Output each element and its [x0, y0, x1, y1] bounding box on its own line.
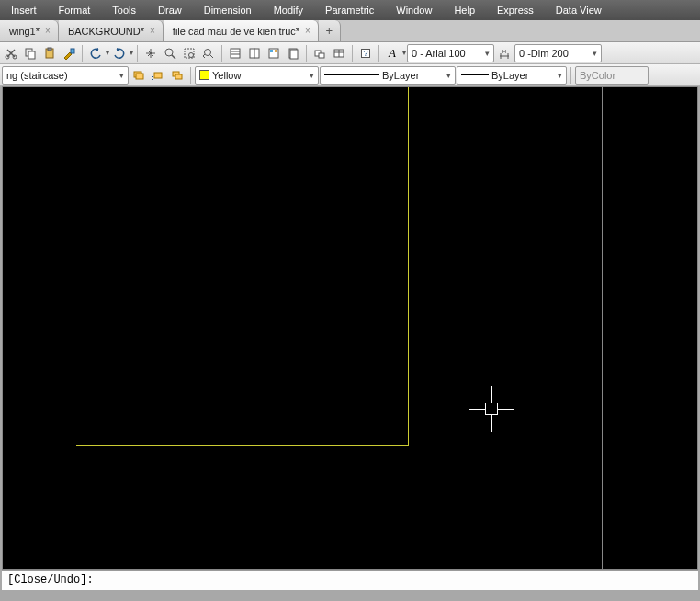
svg-rect-16 — [250, 49, 254, 58]
chevron-down-icon: ▾ — [310, 71, 314, 80]
separator — [190, 67, 191, 84]
menu-format[interactable]: Format — [48, 0, 102, 20]
layer-name: ng (staircase) — [6, 70, 68, 81]
layer-dropdown[interactable]: ng (staircase) ▾ — [2, 66, 129, 85]
close-icon[interactable]: × — [148, 26, 157, 36]
menu-express[interactable]: Express — [486, 0, 545, 20]
menu-insert[interactable]: Insert — [0, 0, 48, 20]
menu-window[interactable]: Window — [385, 0, 443, 20]
linetype-name: ByLayer — [382, 70, 419, 81]
linetype-preview-icon — [324, 74, 379, 75]
text-style-icon[interactable]: A — [383, 44, 401, 62]
layer-manager-icon[interactable] — [168, 66, 186, 85]
zoom-window-icon[interactable] — [180, 44, 198, 62]
chevron-down-icon[interactable]: ▾ — [402, 49, 406, 57]
svg-rect-13 — [231, 49, 240, 58]
new-tab-button[interactable]: + — [319, 20, 341, 41]
tab-drawing1[interactable]: wing1* × — [0, 20, 59, 41]
svg-text:?: ? — [363, 49, 367, 58]
menu-tools[interactable]: Tools — [101, 0, 147, 20]
chevron-down-icon[interactable]: ▾ — [106, 49, 109, 57]
separator — [221, 45, 222, 62]
svg-line-8 — [172, 55, 175, 59]
zoom-realtime-icon[interactable] — [161, 44, 179, 62]
cut-icon[interactable] — [2, 44, 20, 62]
svg-line-12 — [210, 54, 214, 58]
chevron-down-icon: ▾ — [593, 49, 597, 58]
zoom-previous-icon[interactable] — [199, 44, 218, 62]
separator — [306, 45, 307, 62]
layer-previous-icon[interactable] — [149, 66, 167, 85]
chevron-down-icon: ▾ — [485, 49, 490, 58]
menu-help[interactable]: Help — [443, 0, 486, 20]
standard-toolbar: ▾ ▾ ? A ▾ 0 - Arial 100 ▾ H 0 -Dim 200 ▾ — [0, 42, 700, 64]
plus-icon: + — [326, 24, 333, 38]
svg-text:H: H — [502, 49, 506, 54]
tab-background[interactable]: BACKGROUND* × — [59, 20, 164, 41]
svg-rect-6 — [71, 49, 74, 53]
svg-point-11 — [205, 49, 211, 55]
document-tab-bar: wing1* × BACKGROUND* × file cad mau de v… — [0, 20, 700, 42]
close-icon[interactable]: × — [43, 26, 52, 36]
svg-rect-5 — [48, 48, 51, 51]
chevron-down-icon: ▾ — [446, 71, 451, 80]
design-center-icon[interactable] — [245, 44, 264, 62]
separator — [378, 45, 379, 62]
block-icon[interactable] — [310, 44, 329, 62]
plotstyle-dropdown: ByColor — [575, 66, 649, 85]
chevron-down-icon: ▾ — [119, 71, 124, 80]
sheet-set-icon[interactable] — [284, 44, 302, 62]
menu-dimension[interactable]: Dimension — [193, 0, 263, 20]
dim-style-dropdown[interactable]: 0 -Dim 200 ▾ — [514, 44, 602, 62]
command-prompt: [Close/Undo]: — [7, 573, 94, 586]
menu-dataview[interactable]: Data View — [545, 0, 613, 20]
plotstyle-name: ByColor — [580, 70, 615, 81]
color-dropdown[interactable]: Yellow ▾ — [195, 66, 319, 85]
menu-bar: Insert Format Tools Draw Dimension Modif… — [0, 0, 700, 20]
pan-icon[interactable] — [141, 44, 160, 62]
svg-point-10 — [189, 52, 194, 57]
svg-rect-22 — [290, 50, 298, 59]
separator — [570, 67, 571, 84]
dim-style-icon[interactable]: H — [495, 44, 514, 62]
tab-label: BACKGROUND* — [68, 26, 144, 37]
tool-palettes-icon[interactable] — [265, 44, 283, 62]
close-icon[interactable]: × — [303, 26, 312, 36]
layer-states-icon[interactable] — [130, 66, 148, 85]
undo-icon[interactable] — [86, 44, 105, 62]
svg-rect-24 — [319, 53, 324, 58]
svg-rect-36 — [154, 73, 162, 78]
svg-rect-3 — [28, 51, 35, 59]
drawing-canvas[interactable] — [2, 86, 698, 570]
redo-icon[interactable] — [110, 44, 129, 62]
match-properties-icon[interactable] — [60, 44, 78, 62]
table-icon[interactable] — [330, 44, 348, 62]
help-icon[interactable]: ? — [356, 44, 375, 62]
color-name: Yellow — [212, 70, 241, 81]
svg-rect-17 — [254, 49, 259, 58]
command-line[interactable]: [Close/Undo]: — [2, 570, 698, 590]
chevron-down-icon[interactable]: ▾ — [130, 49, 133, 57]
tab-filecad[interactable]: file cad mau de ve kien truc* × — [164, 20, 319, 41]
svg-point-7 — [165, 49, 173, 56]
properties-toolbar: ng (staircase) ▾ Yellow ▾ ByLayer ▾ ByLa… — [0, 64, 700, 86]
copy-icon[interactable] — [21, 44, 40, 62]
tab-label: file cad mau de ve kien truc* — [173, 26, 299, 37]
crosshair-cursor — [491, 409, 492, 410]
menu-parametric[interactable]: Parametric — [314, 0, 385, 20]
menu-modify[interactable]: Modify — [263, 0, 314, 20]
linetype-dropdown[interactable]: ByLayer ▾ — [320, 66, 456, 85]
color-swatch-icon — [199, 70, 209, 80]
svg-rect-35 — [136, 74, 143, 79]
dim-style-value: 0 -Dim 200 — [519, 48, 569, 59]
menu-draw[interactable]: Draw — [147, 0, 193, 20]
guide-line — [602, 87, 603, 569]
lineweight-preview-icon — [461, 74, 489, 75]
drawn-line — [76, 445, 409, 446]
drawn-line — [408, 87, 409, 446]
text-style-dropdown[interactable]: 0 - Arial 100 ▾ — [407, 44, 494, 62]
paste-icon[interactable] — [40, 44, 59, 62]
lineweight-dropdown[interactable]: ByLayer ▾ — [457, 66, 567, 85]
separator — [137, 45, 138, 62]
properties-icon[interactable] — [226, 44, 244, 62]
